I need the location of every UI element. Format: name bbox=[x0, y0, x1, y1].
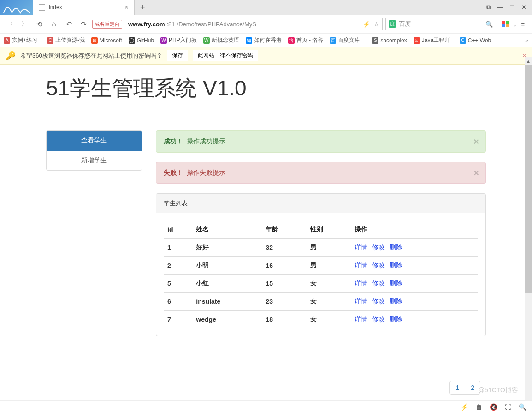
bookmark-label: GitHub bbox=[137, 37, 154, 44]
bookmark-label: 实例+练习+ bbox=[12, 36, 41, 44]
tab-close-icon[interactable]: × bbox=[124, 3, 129, 12]
cell-age: 18 bbox=[262, 311, 306, 329]
page-icon bbox=[39, 4, 45, 11]
action-delete-link[interactable]: 删除 bbox=[390, 297, 402, 305]
alert-danger-close-icon[interactable]: × bbox=[473, 168, 479, 178]
cell-name: 好好 bbox=[192, 239, 262, 257]
bookmark-item[interactable]: 百百度文库一 bbox=[330, 36, 366, 44]
action-detail-link[interactable]: 详情 bbox=[355, 243, 367, 251]
cell-age: 16 bbox=[262, 257, 306, 275]
bookmarks-more-icon[interactable]: » bbox=[525, 37, 528, 44]
cell-age: 15 bbox=[262, 275, 306, 293]
alert-success-close-icon[interactable]: × bbox=[473, 136, 479, 147]
cell-name: wedge bbox=[192, 311, 262, 329]
table-row: 1 好好 32 男 详情 修改 删除 bbox=[164, 239, 478, 257]
bookmark-item[interactable]: WPHP入门教 bbox=[160, 36, 197, 44]
bookmark-label: 如何在香港 bbox=[254, 36, 282, 44]
alert-success-strong: 成功！ bbox=[164, 137, 183, 145]
cell-id: 7 bbox=[164, 311, 192, 329]
window-maximize-icon[interactable]: ☐ bbox=[509, 4, 515, 11]
scroll-up-icon[interactable]: ▲ bbox=[525, 57, 532, 65]
bookmark-item[interactable]: A实例+练习+ bbox=[4, 36, 41, 44]
scrollbar[interactable]: ▲ bbox=[525, 65, 532, 354]
bookmark-icon: A bbox=[4, 37, 10, 44]
bookmark-label: 新概念英语 bbox=[212, 36, 239, 44]
url-path: /Demo/test/PHPAdvance/MyS bbox=[177, 21, 361, 28]
action-detail-link[interactable]: 详情 bbox=[355, 279, 367, 287]
apps-icon[interactable] bbox=[502, 21, 509, 27]
bookmark-item[interactable]: ⊞Microsoft bbox=[91, 37, 122, 44]
alert-success-text: 操作成功提示 bbox=[187, 137, 225, 145]
window-close-icon[interactable]: ✕ bbox=[521, 4, 526, 11]
bookmark-icon: S bbox=[372, 37, 378, 44]
action-detail-link[interactable]: 详情 bbox=[355, 261, 367, 269]
bookmark-item[interactable]: C上传资源-我 bbox=[47, 36, 85, 44]
cell-id: 6 bbox=[164, 293, 192, 311]
browser-tab[interactable]: index × bbox=[33, 0, 135, 15]
nav-reload-button[interactable]: ⟲ bbox=[33, 18, 45, 30]
action-edit-link[interactable]: 修改 bbox=[372, 261, 385, 269]
table-header: id bbox=[164, 221, 192, 239]
nav-undo-button[interactable]: ↶ bbox=[63, 18, 75, 30]
cell-actions: 详情 修改 删除 bbox=[351, 239, 478, 257]
cell-name: 小红 bbox=[192, 275, 262, 293]
action-edit-link[interactable]: 修改 bbox=[372, 243, 385, 251]
address-row: 〈 〉 ⟲ ⌂ ↶ ↷ 域名重定向 www.fry.com:81/Demo/te… bbox=[0, 15, 532, 33]
url-port: :81 bbox=[166, 21, 175, 28]
favorite-icon[interactable]: ☆ bbox=[374, 21, 379, 28]
action-edit-link[interactable]: 修改 bbox=[372, 279, 385, 287]
action-delete-link[interactable]: 删除 bbox=[390, 261, 402, 269]
window-minimize-icon[interactable]: — bbox=[497, 4, 503, 11]
address-bar[interactable]: www.fry.com:81/Demo/test/PHPAdvance/MyS … bbox=[125, 18, 383, 30]
bookmark-item[interactable]: 洛首页 - 洛谷 bbox=[288, 36, 324, 44]
bookmarks-bar: A实例+练习+C上传资源-我⊞Microsoft◯GitHubWPHP入门教W新… bbox=[0, 33, 532, 47]
bookmark-item[interactable]: W新概念英语 bbox=[203, 36, 239, 44]
nav-forward-button[interactable]: 〉 bbox=[18, 18, 30, 30]
cell-gender: 女 bbox=[307, 293, 351, 311]
sidebar: 查看学生新增学生 bbox=[46, 130, 142, 336]
flash-icon[interactable]: ⚡ bbox=[363, 21, 370, 28]
scrollbar-thumb[interactable] bbox=[525, 65, 532, 293]
key-icon: 🔑 bbox=[6, 51, 16, 61]
bookmark-icon: 洛 bbox=[288, 37, 295, 44]
bookmark-item[interactable]: Ssacomplex bbox=[372, 37, 407, 44]
bookmark-item[interactable]: 知如何在香港 bbox=[246, 36, 282, 44]
action-delete-link[interactable]: 删除 bbox=[390, 315, 402, 323]
action-edit-link[interactable]: 修改 bbox=[372, 315, 385, 323]
page-content: 51学生管理系统 V1.0 查看学生新增学生 成功！ 操作成功提示 × 失败！ … bbox=[0, 65, 532, 354]
window-restore-icon[interactable]: ⧉ bbox=[486, 4, 491, 11]
nav-redo-button[interactable]: ↷ bbox=[77, 18, 89, 30]
password-save-button[interactable]: 保存 bbox=[167, 50, 188, 61]
cell-actions: 详情 修改 删除 bbox=[351, 257, 478, 275]
app-icon bbox=[0, 0, 33, 15]
menu-icon[interactable]: ≡ bbox=[521, 21, 525, 28]
table-header: 姓名 bbox=[192, 221, 262, 239]
search-box[interactable]: 度 百度 🔍 bbox=[385, 18, 496, 30]
cell-name: 小明 bbox=[192, 257, 262, 275]
cell-id: 2 bbox=[164, 257, 192, 275]
bookmark-label: Java工程师_ bbox=[422, 36, 453, 44]
alert-danger-text: 操作失败提示 bbox=[187, 169, 225, 176]
baidu-icon: 度 bbox=[389, 20, 396, 28]
new-tab-button[interactable]: + bbox=[135, 3, 151, 12]
table-header: 操作 bbox=[351, 221, 478, 239]
action-detail-link[interactable]: 详情 bbox=[355, 315, 367, 323]
bookmark-item[interactable]: ◯GitHub bbox=[129, 37, 154, 44]
bookmark-item[interactable]: ♨Java工程师_ bbox=[414, 36, 453, 44]
nav-home-button[interactable]: ⌂ bbox=[48, 18, 60, 30]
action-delete-link[interactable]: 删除 bbox=[390, 243, 402, 251]
search-icon[interactable]: 🔍 bbox=[485, 21, 493, 28]
nav-back-button[interactable]: 〈 bbox=[4, 18, 16, 30]
action-edit-link[interactable]: 修改 bbox=[372, 297, 385, 305]
download-icon[interactable]: ↓ bbox=[514, 21, 517, 28]
sidebar-item[interactable]: 查看学生 bbox=[47, 131, 142, 151]
action-delete-link[interactable]: 删除 bbox=[390, 279, 402, 287]
sidebar-item[interactable]: 新增学生 bbox=[47, 151, 142, 170]
action-detail-link[interactable]: 详情 bbox=[355, 297, 367, 305]
bookmark-label: Microsoft bbox=[100, 37, 122, 44]
cell-gender: 女 bbox=[307, 275, 351, 293]
password-never-button[interactable]: 此网站一律不保存密码 bbox=[193, 50, 258, 61]
url-host: www.fry.com bbox=[128, 21, 165, 28]
cell-name: insulate bbox=[192, 293, 262, 311]
bookmark-item[interactable]: CC++ Web bbox=[460, 37, 491, 44]
